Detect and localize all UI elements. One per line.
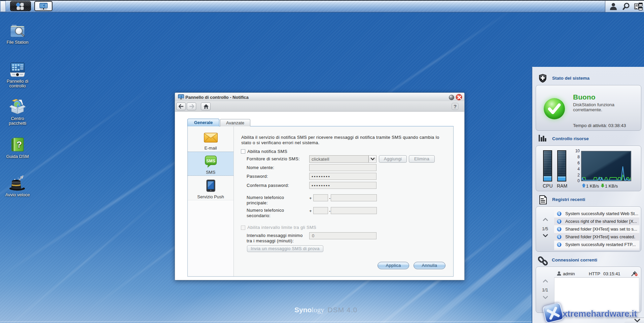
svg-text:?: ?	[16, 139, 22, 150]
svg-text:SMS: SMS	[206, 159, 215, 163]
svg-text:xtremehardware.it: xtremehardware.it	[563, 309, 637, 319]
